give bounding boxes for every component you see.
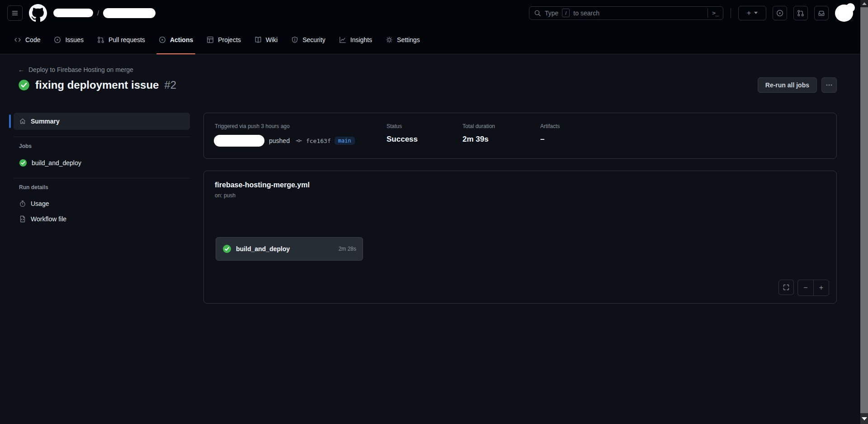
hamburger-icon [11,10,19,17]
run-actions: Re-run all jobs [758,77,837,93]
issue-opened-icon [776,10,783,17]
sidebar-item-label: Workflow file [31,215,66,223]
file-code-icon [19,215,26,223]
notifications-inbox-button[interactable] [814,6,829,20]
play-circle-icon [159,36,166,43]
tab-label: Code [25,36,40,43]
duration-value: 2m 39s [462,135,540,144]
plus-icon: + [747,9,751,18]
sidebar-divider [14,137,190,137]
tab-security[interactable]: Security [284,26,332,54]
repo-name-link-redacted[interactable] [103,8,156,18]
workflow-graph-card: firebase-hosting-merge.yml on: push buil… [203,171,837,304]
workflow-back-link[interactable]: ← Deploy to Firebase Hosting on merge [18,66,133,73]
book-icon [255,36,262,43]
sidebar-item-usage[interactable]: Usage [9,196,190,211]
tab-label: Actions [170,36,193,43]
code-icon [14,36,21,43]
scrollbar-thumb[interactable] [860,7,868,413]
page: / Type / to search >_ + [0,0,860,424]
graph-controls: − + [778,280,829,296]
status-value: Success [387,135,462,144]
check-circle-success-icon [18,79,30,91]
chevron-down-icon [754,12,758,14]
home-icon [19,118,26,125]
search-icon [534,10,541,17]
repo-owner-link-redacted[interactable] [53,9,93,17]
scrollbar-down-button[interactable] [860,413,868,424]
command-palette-icon[interactable]: >_ [712,10,718,16]
github-octocat-icon [29,4,47,22]
header-divider [731,8,731,18]
global-header: / Type / to search >_ + [0,0,860,26]
duration-label: Total duration [462,123,540,129]
sidebar-item-workflow-file[interactable]: Workflow file [9,211,190,227]
artifacts-label: Artifacts [540,123,826,129]
tab-code[interactable]: Code [7,26,47,54]
pushed-text: pushed [269,137,290,144]
git-pull-request-icon [97,36,104,43]
issues-dashboard-button[interactable] [773,6,787,20]
vertical-scrollbar [860,0,868,424]
tab-projects[interactable]: Projects [200,26,248,54]
job-name: build_and_deploy [236,245,290,252]
stopwatch-icon [19,200,26,207]
more-options-button[interactable] [821,77,837,93]
github-logo[interactable] [29,4,47,22]
graph-icon [339,36,346,43]
run-title-row: fixing deployment issue #2 Re-run all jo… [18,77,837,93]
arrow-down-icon [862,417,867,420]
jobs-section-label: Jobs [19,143,190,149]
breadcrumb: / [53,8,156,18]
sidebar-item-job-build-and-deploy[interactable]: build_and_deploy [9,155,190,171]
slash-keycap: / [562,9,570,17]
tab-label: Projects [218,36,241,43]
tab-label: Security [302,36,326,43]
user-avatar-redacted[interactable] [835,5,853,22]
scrollbar-up-button[interactable] [860,0,868,7]
tab-pull-requests[interactable]: Pull requests [90,26,152,54]
status-label: Status [387,123,462,129]
run-details-section-label: Run details [19,184,190,191]
search-placeholder-suffix: to search [573,10,599,17]
fullscreen-button[interactable] [778,280,794,295]
status-column: Status Success [387,123,462,147]
duration-column: Total duration 2m 39s [462,123,540,147]
check-circle-success-icon [19,159,27,167]
tab-label: Pull requests [108,36,145,43]
tab-label: Settings [397,36,420,43]
tab-wiki[interactable]: Wiki [248,26,284,54]
tab-insights[interactable]: Insights [332,26,379,54]
job-node-build-and-deploy[interactable]: build_and_deploy 2m 28s [216,237,363,261]
rerun-all-jobs-button[interactable]: Re-run all jobs [758,77,817,93]
search-input[interactable]: Type / to search >_ [529,6,723,20]
run-header: ← Deploy to Firebase Hosting on merge fi… [0,54,860,93]
trigger-detail-row: pushed fce163f main [215,135,387,147]
run-summary-card: Triggered via push 3 hours ago pushed fc… [203,113,837,159]
inbox-icon [818,10,825,17]
tab-settings[interactable]: Settings [379,26,427,54]
tab-issues[interactable]: Issues [47,26,90,54]
actor [215,135,265,147]
zoom-out-button[interactable]: − [798,280,813,295]
sidebar-item-summary[interactable]: Summary [14,113,190,130]
git-commit-icon [295,137,302,144]
run-sidebar: Summary Jobs build_and_deploy Run detail… [9,113,190,227]
tab-actions[interactable]: Actions [152,26,200,54]
run-main: Triggered via push 3 hours ago pushed fc… [203,113,837,304]
create-new-button[interactable]: + [738,6,766,20]
arrow-up-icon [862,2,867,5]
branch-badge[interactable]: main [335,137,355,145]
sidebar-divider [14,178,190,178]
sidebar-item-label: Usage [31,200,49,207]
search-right-group: >_ [708,9,718,18]
actor-name-redacted [214,135,264,147]
workflow-file-name: firebase-hosting-merge.yml [215,181,826,189]
pull-requests-dashboard-button[interactable] [793,6,808,20]
shield-icon [291,36,298,43]
table-icon [207,36,214,43]
hamburger-menu-button[interactable] [7,5,23,21]
zoom-in-button[interactable]: + [813,280,829,295]
page-title: fixing deployment issue [35,79,159,91]
commit-sha-link[interactable]: fce163f [306,138,331,144]
